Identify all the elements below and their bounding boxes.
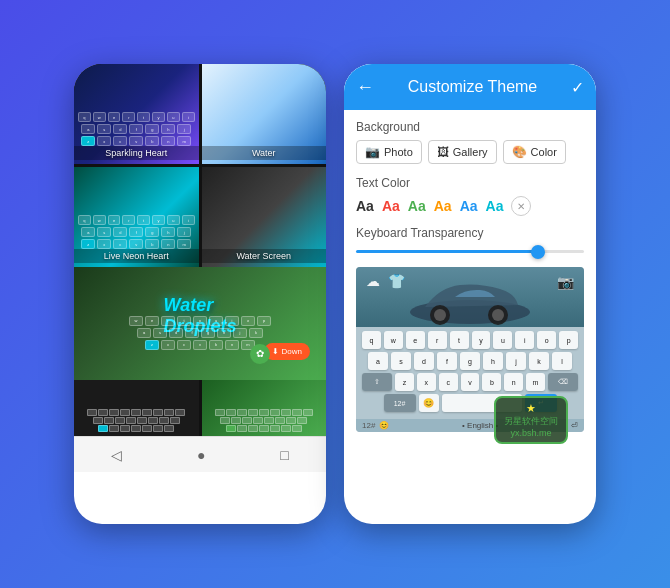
key-shift[interactable]: ⇧ [362, 373, 392, 391]
kb-row-1: q w e r t y u i o p [362, 331, 578, 349]
theme-mini-green[interactable] [202, 380, 327, 436]
text-color-section: Text Color Aa Aa Aa Aa Aa Aa ✕ [356, 176, 584, 216]
color-remove-button[interactable]: ✕ [511, 196, 531, 216]
keyboard-bottom-emoji: 😊 [379, 421, 389, 430]
mini-keyboard-1 [74, 409, 199, 432]
key-u[interactable]: u [493, 331, 512, 349]
theme-water[interactable]: Water [202, 64, 327, 164]
header-back-icon[interactable]: ← [356, 78, 374, 96]
theme-label-sparkling-heart: Sparkling Heart [74, 146, 199, 160]
key-w[interactable]: w [384, 331, 403, 349]
photo-label: Photo [384, 146, 413, 158]
left-phone-bottom-label: 1000+热门主题 [74, 472, 326, 524]
key-s[interactable]: s [391, 352, 411, 370]
key-v[interactable]: v [461, 373, 480, 391]
left-phone: qwertyui asdfghj zxcvbnm Sparkling Heart… [74, 64, 326, 524]
gallery-label: Gallery [453, 146, 488, 158]
watermark-line2: yx.bsh.me [504, 428, 558, 438]
color-sample-orange[interactable]: Aa [434, 198, 452, 214]
key-f[interactable]: f [437, 352, 457, 370]
key-n[interactable]: n [504, 373, 523, 391]
transparency-label: Keyboard Transparency [356, 226, 584, 240]
keyboard-bg-preview: ☁ 👕 📷 [356, 267, 584, 327]
key-t[interactable]: t [450, 331, 469, 349]
theme-row-bottom [74, 380, 326, 436]
theme-mini-dark[interactable] [74, 380, 199, 436]
key-backspace[interactable]: ⌫ [548, 373, 578, 391]
customize-theme-header: ← Customize Theme ✓ [344, 64, 596, 110]
key-d[interactable]: d [414, 352, 434, 370]
color-samples: Aa Aa Aa Aa Aa Aa ✕ [356, 196, 584, 216]
key-y[interactable]: y [472, 331, 491, 349]
color-sample-green[interactable]: Aa [408, 198, 426, 214]
right-phone: ← Customize Theme ✓ Background 📷 Photo 🖼… [344, 64, 596, 524]
back-nav-icon[interactable]: ◁ [111, 447, 122, 463]
right-phone-bottom-label: 自定义个性皮肤 [344, 472, 596, 524]
svg-point-4 [492, 309, 504, 321]
transparency-slider-container [356, 246, 584, 257]
header-title: Customize Theme [384, 78, 561, 96]
key-p[interactable]: p [559, 331, 578, 349]
photo-icon: 📷 [365, 145, 380, 159]
key-x[interactable]: x [417, 373, 436, 391]
left-phone-screen: qwertyui asdfghj zxcvbnm Sparkling Heart… [74, 64, 326, 436]
theme-label-water: Water [202, 146, 327, 160]
key-r[interactable]: r [428, 331, 447, 349]
key-k[interactable]: k [529, 352, 549, 370]
color-sample-black[interactable]: Aa [356, 198, 374, 214]
color-label: Color [531, 146, 557, 158]
download-button[interactable]: ⬇ Down [264, 343, 310, 360]
color-icon: 🎨 [512, 145, 527, 159]
transparency-section: Keyboard Transparency [356, 226, 584, 257]
color-sample-blue[interactable]: Aa [460, 198, 478, 214]
recents-nav-icon[interactable]: □ [280, 447, 288, 463]
keyboard-bottom-send: ⏎ [571, 421, 578, 430]
key-m[interactable]: m [526, 373, 545, 391]
theme-label-water-screen: Water Screen [202, 249, 327, 263]
wechat-button[interactable]: ✿ [250, 344, 270, 364]
svg-point-2 [434, 309, 446, 321]
mini-keyboard-2 [202, 409, 327, 432]
key-numbers[interactable]: 12# [384, 394, 416, 412]
photo-button[interactable]: 📷 Photo [356, 140, 422, 164]
color-sample-red[interactable]: Aa [382, 198, 400, 214]
theme-water-screen[interactable]: Water Screen [202, 167, 327, 267]
color-button[interactable]: 🎨 Color [503, 140, 566, 164]
theme-live-neon-heart[interactable]: qwertyui asdfghj zxcvbnm Live Neon Heart [74, 167, 199, 267]
keyboard-camera-icon-area: 📷 [557, 273, 574, 291]
home-nav-icon[interactable]: ● [197, 447, 205, 463]
watermark: ★ 另星软件空间 yx.bsh.me [494, 396, 568, 444]
keyboard-settings-icon[interactable]: ☁ [366, 273, 380, 289]
key-emoji[interactable]: 😊 [419, 394, 439, 412]
main-container: qwertyui asdfghj zxcvbnm Sparkling Heart… [0, 44, 670, 544]
key-g[interactable]: g [460, 352, 480, 370]
key-h[interactable]: h [483, 352, 503, 370]
key-z[interactable]: z [395, 373, 414, 391]
keyboard-top-icons: ☁ 👕 [366, 273, 405, 289]
keyboard-preview-1: qwertyui asdfghj zxcvbnm [78, 112, 195, 146]
keyboard-camera-icon[interactable]: 📷 [557, 274, 574, 290]
theme-sparkling-heart[interactable]: qwertyui asdfghj zxcvbnm Sparkling Heart [74, 64, 199, 164]
key-o[interactable]: o [537, 331, 556, 349]
key-e[interactable]: e [406, 331, 425, 349]
keyboard-shirt-icon[interactable]: 👕 [388, 273, 405, 289]
watermark-line1: 另星软件空间 [504, 415, 558, 428]
key-a[interactable]: a [368, 352, 388, 370]
key-c[interactable]: c [439, 373, 458, 391]
color-sample-cyan[interactable]: Aa [486, 198, 504, 214]
key-l[interactable]: l [552, 352, 572, 370]
car-image [400, 277, 540, 327]
keyboard-preview-3: qwertyui asdfghj zxcvbnm [78, 215, 195, 249]
gallery-button[interactable]: 🖼 Gallery [428, 140, 497, 164]
key-q[interactable]: q [362, 331, 381, 349]
transparency-slider-thumb[interactable] [531, 245, 545, 259]
theme-water-droplets[interactable]: WaterDroplets wertyuiop asdfghjk zxcvbnm… [74, 267, 326, 380]
key-b[interactable]: b [482, 373, 501, 391]
kb-row-2: a s d f g h j k l [362, 352, 578, 370]
key-j[interactable]: j [506, 352, 526, 370]
key-i[interactable]: i [515, 331, 534, 349]
transparency-slider-track[interactable] [356, 250, 584, 253]
background-label: Background [356, 120, 584, 134]
header-check-icon[interactable]: ✓ [571, 78, 584, 97]
background-options: 📷 Photo 🖼 Gallery 🎨 Color [356, 140, 584, 164]
